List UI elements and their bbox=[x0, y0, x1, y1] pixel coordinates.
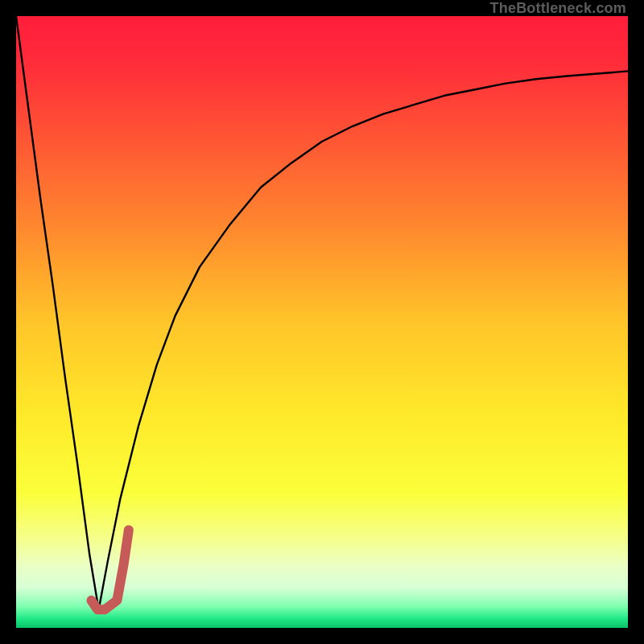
right-branch-line bbox=[99, 71, 628, 609]
plot-area bbox=[16, 16, 628, 628]
chart-frame: TheBottleneck.com bbox=[0, 0, 644, 644]
left-branch-line bbox=[16, 16, 99, 609]
chart-curves bbox=[16, 16, 628, 628]
attribution-watermark: TheBottleneck.com bbox=[490, 0, 626, 17]
